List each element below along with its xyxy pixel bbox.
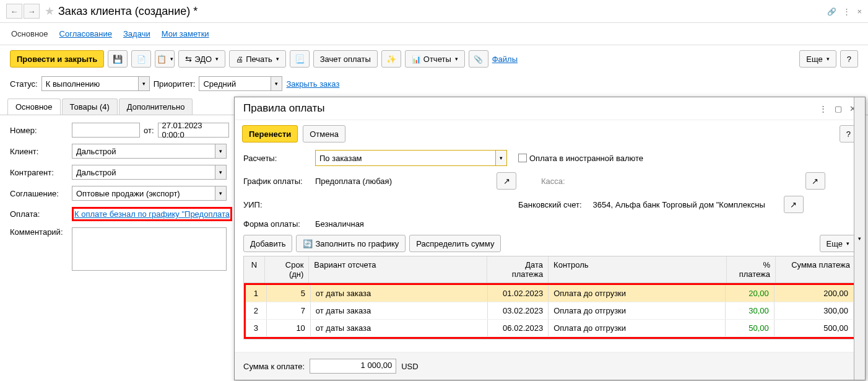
tab-approval[interactable]: Согласование	[59, 29, 112, 38]
misc-button[interactable]: ✨	[381, 50, 401, 68]
help-button[interactable]: ?	[840, 50, 858, 68]
files-link[interactable]: Файлы	[492, 55, 518, 64]
edo-button[interactable]: ⇆ЭДО▾	[178, 50, 225, 68]
col-pct[interactable]: % платежа	[727, 256, 776, 282]
foreign-currency-checkbox[interactable]: Оплата в иностранной валюте	[518, 154, 643, 163]
star-icon[interactable]: ★	[45, 4, 54, 18]
bank-open-button[interactable]: ↗	[784, 196, 804, 213]
fill-button[interactable]: 🔄Заполнить по графику	[296, 235, 406, 252]
create-based-button[interactable]: 📋▾	[155, 50, 175, 68]
col-variant[interactable]: Вариант отсчета	[309, 256, 487, 282]
transfer-button[interactable]: Перенести	[242, 125, 298, 142]
tab-form-goods[interactable]: Товары (4)	[62, 99, 118, 115]
link-icon[interactable]	[827, 7, 836, 16]
payform-input[interactable]: Безналичная▾	[315, 219, 507, 229]
client-label: Клиент:	[10, 147, 72, 156]
page-title: Заказ клиента (создание) *	[58, 5, 197, 18]
title-bar: ← → ★ Заказ клиента (создание) * ⋮ ×	[0, 0, 868, 23]
payment-rules-popup: Правила оплаты ⋮ ▢ ✕ Перенести Отмена ? …	[234, 97, 866, 380]
chevron-down-icon: ▾	[215, 186, 226, 200]
reports-button[interactable]: Отчеты▾	[405, 50, 465, 68]
table-row[interactable]: 1 5 от даты заказа 01.02.2023 Оплата до …	[246, 285, 854, 302]
calc-select[interactable]: По заказам▾	[315, 150, 507, 166]
payment-link[interactable]: К оплате безнал по графику "Предоплата	[74, 209, 230, 219]
priority-select[interactable]: Средний▾	[199, 76, 282, 91]
chevron-down-icon: ▾	[215, 144, 226, 158]
close-order-link[interactable]: Закрыть заказ	[286, 79, 339, 89]
post-close-button[interactable]: Провести и закрыть	[10, 50, 104, 68]
comment-input[interactable]	[72, 227, 227, 271]
more-button[interactable]: Еще▾	[799, 50, 836, 68]
credit-button[interactable]: 📃	[290, 50, 310, 68]
payment-label: Оплата:	[10, 209, 72, 219]
schedule-input[interactable]: Предоплата (любая)▾	[315, 177, 485, 186]
save-icon	[113, 55, 123, 64]
maximize-icon[interactable]: ▢	[835, 104, 842, 113]
kebab-icon[interactable]: ⋮	[843, 7, 851, 16]
bank-input[interactable]: 3654, Альфа банк Торговый дом "Комплексн…	[593, 200, 773, 209]
back-button[interactable]: ←	[6, 4, 22, 19]
payment-grid: N Срок (дн) Вариант отсчета Дата платежа…	[243, 256, 856, 339]
add-row-button[interactable]: Добавить	[243, 235, 292, 252]
nav-tabs: Основное Согласование Задачи Мои заметки	[0, 23, 868, 45]
close-icon[interactable]: ×	[857, 7, 862, 16]
schedule-label: График оплаты:	[243, 177, 304, 186]
forward-button[interactable]: →	[24, 4, 40, 19]
kassa-open-button[interactable]: ↗	[805, 172, 825, 190]
table-row[interactable]: 2 7 от даты заказа 03.02.2023 Оплата до …	[246, 302, 854, 320]
comment-label: Комментарий:	[10, 227, 72, 237]
table-more-button[interactable]: Еще▾	[820, 235, 856, 252]
edo-icon: ⇆	[185, 55, 192, 64]
checkbox-icon	[518, 154, 527, 162]
counterparty-label: Контрагент:	[10, 168, 72, 177]
chevron-down-icon: ▾	[271, 77, 282, 90]
date-input[interactable]: 27.01.2023 0:00:0	[158, 123, 229, 138]
payform-label: Форма оплаты:	[243, 219, 304, 229]
main-toolbar: Провести и закрыть 📋▾ ⇆ЭДО▾ Печать▾ 📃 За…	[0, 45, 868, 72]
attach-button[interactable]	[469, 50, 488, 68]
payment-highlight: К оплате безнал по графику "Предоплата	[72, 207, 232, 221]
chevron-down-icon: ▾	[138, 77, 149, 90]
tab-notes[interactable]: Мои заметки	[162, 29, 209, 38]
bank-label: Банковский счет:	[518, 200, 582, 209]
status-select[interactable]: К выполнению▾	[41, 76, 150, 91]
number-input[interactable]	[72, 123, 140, 138]
currency-label: USD	[401, 362, 418, 371]
col-n[interactable]: N	[244, 256, 265, 282]
priority-label: Приоритет:	[154, 79, 196, 89]
offset-button[interactable]: Зачет оплаты	[313, 50, 378, 68]
from-label: от:	[144, 126, 154, 135]
schedule-open-button[interactable]: ↗	[497, 172, 516, 190]
client-input[interactable]: Дальстрой▾	[72, 144, 227, 159]
post-button[interactable]	[131, 50, 151, 68]
chevron-down-icon: ▾	[215, 165, 226, 179]
agreement-input[interactable]: Оптовые продажи (экспорт)▾	[72, 186, 227, 201]
kebab-icon[interactable]: ⋮	[819, 104, 827, 113]
uip-label: УИП:	[243, 200, 304, 209]
distribute-button[interactable]: Распределить сумму	[409, 235, 501, 252]
popup-title: Правила оплаты	[243, 102, 324, 115]
chevron-down-icon: ▾	[495, 151, 506, 165]
col-srok[interactable]: Срок (дн)	[265, 256, 310, 282]
counterparty-input[interactable]: Дальстрой▾	[72, 165, 227, 180]
col-control[interactable]: Контроль	[549, 256, 727, 282]
tab-main[interactable]: Основное	[11, 29, 48, 38]
calc-label: Расчеты:	[243, 154, 304, 163]
table-row[interactable]: 3 10 от даты заказа 06.02.2023 Оплата до…	[246, 320, 854, 337]
col-date[interactable]: Дата платежа	[487, 256, 549, 282]
sum-label: Сумма к оплате:	[243, 362, 305, 371]
col-sum[interactable]: Сумма платежа	[776, 256, 856, 282]
print-icon	[236, 55, 243, 64]
tab-tasks[interactable]: Задачи	[123, 29, 150, 38]
fill-icon: 🔄	[303, 239, 313, 248]
clip-icon	[474, 55, 483, 64]
save-button[interactable]	[108, 50, 128, 68]
report-icon	[412, 55, 421, 64]
cancel-button[interactable]: Отмена	[303, 125, 345, 142]
status-label: Статус:	[10, 79, 38, 89]
tab-form-main[interactable]: Основное	[7, 99, 61, 115]
tab-form-extra[interactable]: Дополнительно	[119, 99, 193, 115]
sum-input[interactable]: 1 000,00	[310, 359, 396, 374]
print-button[interactable]: Печать▾	[229, 50, 286, 68]
doc-icon	[137, 55, 146, 64]
